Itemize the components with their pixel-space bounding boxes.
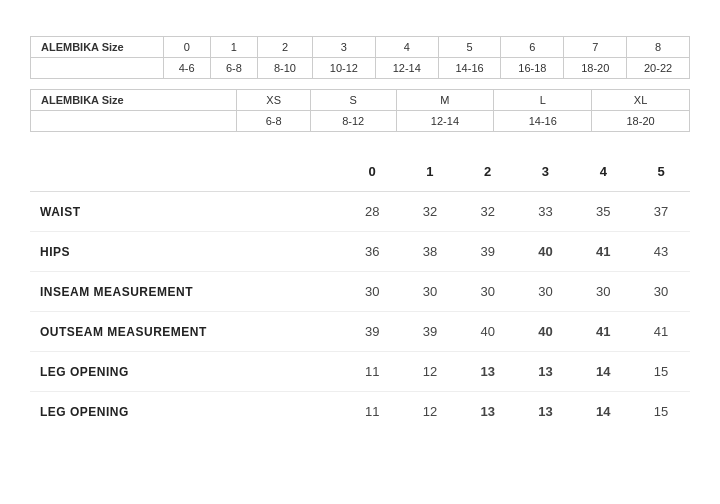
numeric-us-size-8: 20-22 xyxy=(627,58,690,79)
measure-cell-0-0: 28 xyxy=(343,192,401,232)
numeric-us-size-1: 6-8 xyxy=(210,58,257,79)
numeric-size-col-3: 2 xyxy=(257,37,312,58)
measure-row-label-3: OUTSEAM MEASUREMENT xyxy=(30,312,343,352)
measure-cell-4-3: 13 xyxy=(517,352,575,392)
numeric-size-col-7: 6 xyxy=(501,37,564,58)
measure-cell-2-5: 30 xyxy=(632,272,690,312)
measure-row: WAIST283232333537 xyxy=(30,192,690,232)
alpha-size-col-1: XS xyxy=(237,90,310,111)
numeric-size-col-4: 3 xyxy=(313,37,376,58)
numeric-us-size-5: 14-16 xyxy=(438,58,501,79)
measure-cell-5-0: 11 xyxy=(343,392,401,432)
measure-cell-0-1: 32 xyxy=(401,192,459,232)
numeric-us-size-3: 10-12 xyxy=(313,58,376,79)
measure-col-header-4: 4 xyxy=(574,152,632,192)
measure-cell-5-3: 13 xyxy=(517,392,575,432)
numeric-size-col-9: 8 xyxy=(627,37,690,58)
modal: ALEMBIKA Size012345678 4-66-88-1010-1212… xyxy=(0,0,720,504)
alpha-size-table: ALEMBIKA SizeXSSMLXL 6-88-1212-1414-1618… xyxy=(30,89,690,132)
measure-col-header-3: 3 xyxy=(517,152,575,192)
numeric-us-size-7: 18-20 xyxy=(564,58,627,79)
measure-cell-4-1: 12 xyxy=(401,352,459,392)
alpha-us-size-3: 14-16 xyxy=(494,111,592,132)
measure-row: HIPS363839404143 xyxy=(30,232,690,272)
measure-cell-2-1: 30 xyxy=(401,272,459,312)
alpha-size-col-5: XL xyxy=(592,90,690,111)
measure-cell-1-3: 40 xyxy=(517,232,575,272)
alembika-size-label-alpha: ALEMBIKA Size xyxy=(31,90,237,111)
measure-cell-0-3: 33 xyxy=(517,192,575,232)
numeric-size-col-8: 7 xyxy=(564,37,627,58)
size-charts-container: ALEMBIKA Size012345678 4-66-88-1010-1212… xyxy=(30,36,690,132)
measure-row-label-5: LEG OPENING xyxy=(30,392,343,432)
measure-col-header-0: 0 xyxy=(343,152,401,192)
measure-cell-3-0: 39 xyxy=(343,312,401,352)
measure-row-label-4: LEG OPENING xyxy=(30,352,343,392)
measure-row: LEG OPENING111213131415 xyxy=(30,352,690,392)
measure-cell-4-0: 11 xyxy=(343,352,401,392)
measure-cell-2-2: 30 xyxy=(459,272,517,312)
measure-cell-2-3: 30 xyxy=(517,272,575,312)
measure-col-header-1: 1 xyxy=(401,152,459,192)
measure-cell-1-1: 38 xyxy=(401,232,459,272)
numeric-size-col-5: 4 xyxy=(375,37,438,58)
measure-col-header-2: 2 xyxy=(459,152,517,192)
measure-cell-1-2: 39 xyxy=(459,232,517,272)
alpha-size-col-2: S xyxy=(310,90,396,111)
alembika-size-label: ALEMBIKA Size xyxy=(31,37,164,58)
measure-cell-4-2: 13 xyxy=(459,352,517,392)
us-size-label xyxy=(31,58,164,79)
measure-row: LEG OPENING111213131415 xyxy=(30,392,690,432)
measure-row-label-0: WAIST xyxy=(30,192,343,232)
measure-row: INSEAM MEASUREMENT303030303030 xyxy=(30,272,690,312)
measure-row-label-2: INSEAM MEASUREMENT xyxy=(30,272,343,312)
measurements-table: 012345 WAIST283232333537HIPS363839404143… xyxy=(30,152,690,431)
alpha-size-col-4: L xyxy=(494,90,592,111)
alpha-us-size-0: 6-8 xyxy=(237,111,310,132)
measure-cell-3-3: 40 xyxy=(517,312,575,352)
measure-cell-3-5: 41 xyxy=(632,312,690,352)
numeric-size-table: ALEMBIKA Size012345678 4-66-88-1010-1212… xyxy=(30,36,690,79)
measure-cell-0-2: 32 xyxy=(459,192,517,232)
measure-col-header-5: 5 xyxy=(632,152,690,192)
numeric-us-size-0: 4-6 xyxy=(163,58,210,79)
measure-row: OUTSEAM MEASUREMENT393940404141 xyxy=(30,312,690,352)
alpha-us-size-4: 18-20 xyxy=(592,111,690,132)
numeric-size-col-2: 1 xyxy=(210,37,257,58)
measure-cell-5-2: 13 xyxy=(459,392,517,432)
measure-cell-1-5: 43 xyxy=(632,232,690,272)
numeric-size-col-1: 0 xyxy=(163,37,210,58)
product-code-header xyxy=(30,152,343,192)
measure-cell-4-5: 15 xyxy=(632,352,690,392)
measure-cell-2-4: 30 xyxy=(574,272,632,312)
numeric-size-col-6: 5 xyxy=(438,37,501,58)
measure-cell-4-4: 14 xyxy=(574,352,632,392)
measure-cell-5-4: 14 xyxy=(574,392,632,432)
measure-cell-2-0: 30 xyxy=(343,272,401,312)
measure-cell-5-5: 15 xyxy=(632,392,690,432)
measure-row-label-1: HIPS xyxy=(30,232,343,272)
measure-cell-5-1: 12 xyxy=(401,392,459,432)
alpha-us-size-2: 12-14 xyxy=(396,111,494,132)
measure-cell-0-5: 37 xyxy=(632,192,690,232)
alpha-us-size-1: 8-12 xyxy=(310,111,396,132)
measure-cell-1-0: 36 xyxy=(343,232,401,272)
measure-cell-3-2: 40 xyxy=(459,312,517,352)
measure-cell-3-4: 41 xyxy=(574,312,632,352)
measure-cell-1-4: 41 xyxy=(574,232,632,272)
measure-cell-0-4: 35 xyxy=(574,192,632,232)
alpha-size-col-3: M xyxy=(396,90,494,111)
numeric-us-size-4: 12-14 xyxy=(375,58,438,79)
measure-cell-3-1: 39 xyxy=(401,312,459,352)
numeric-us-size-6: 16-18 xyxy=(501,58,564,79)
us-size-label-alpha xyxy=(31,111,237,132)
numeric-us-size-2: 8-10 xyxy=(257,58,312,79)
